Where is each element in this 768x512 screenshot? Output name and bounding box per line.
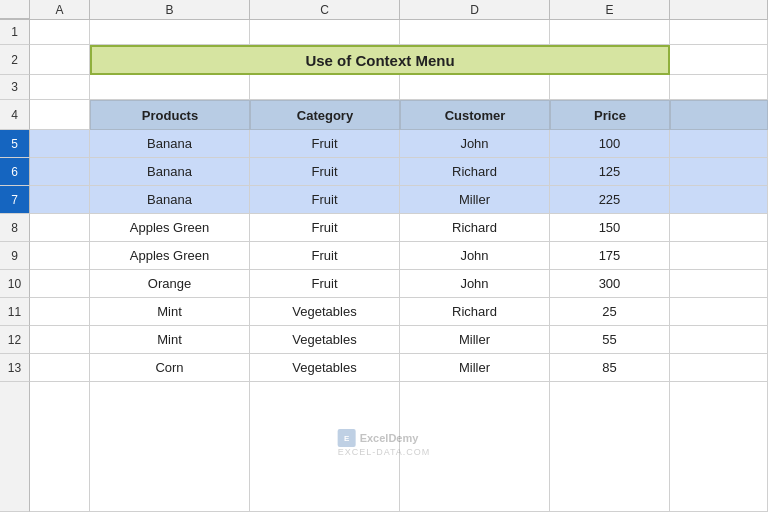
cell-9-e[interactable]: 175 [550, 242, 670, 270]
corner-cell [0, 0, 30, 19]
row-header-5[interactable]: 5 [0, 130, 30, 158]
cell-8-a[interactable] [30, 214, 90, 242]
row-headers: 1 2 3 4 5 6 7 8 9 10 11 12 13 [0, 20, 30, 512]
row-header-1[interactable]: 1 [0, 20, 30, 45]
row-header-12[interactable]: 12 [0, 326, 30, 354]
cell-4-a[interactable] [30, 100, 90, 130]
row-header-11[interactable]: 11 [0, 298, 30, 326]
cell-8-c[interactable]: Fruit [250, 214, 400, 242]
cell-6-b[interactable]: Banana [90, 158, 250, 186]
cell-12-a[interactable] [30, 326, 90, 354]
cell-1-a[interactable] [30, 20, 90, 45]
cell-7-c[interactable]: Fruit [250, 186, 400, 214]
table-row: Mint Vegetables Richard 25 [30, 298, 768, 326]
cell-1-d[interactable] [400, 20, 550, 45]
cell-9-f [670, 242, 768, 270]
cell-3-d[interactable] [400, 75, 550, 100]
cell-5-a[interactable] [30, 130, 90, 158]
cell-7-a[interactable] [30, 186, 90, 214]
cell-8-d[interactable]: Richard [400, 214, 550, 242]
cell-7-b[interactable]: Banana [90, 186, 250, 214]
row-header-6[interactable]: 6 [0, 158, 30, 186]
cell-12-d[interactable]: Miller [400, 326, 550, 354]
cell-5-f [670, 130, 768, 158]
cell-9-c[interactable]: Fruit [250, 242, 400, 270]
row-header-4[interactable]: 4 [0, 100, 30, 130]
cell-12-e[interactable]: 55 [550, 326, 670, 354]
col-header-d[interactable]: D [400, 0, 550, 19]
table-row [30, 20, 768, 45]
cell-4-f [670, 100, 768, 130]
header-price[interactable]: Price [550, 100, 670, 130]
cell-9-d[interactable]: John [400, 242, 550, 270]
cell-13-b[interactable]: Corn [90, 354, 250, 382]
row-header-13[interactable]: 13 [0, 354, 30, 382]
cell-10-c[interactable]: Fruit [250, 270, 400, 298]
table-row: Apples Green Fruit John 175 [30, 242, 768, 270]
cell-2-f [670, 45, 768, 75]
cell-10-d[interactable]: John [400, 270, 550, 298]
header-products[interactable]: Products [90, 100, 250, 130]
cell-2-a[interactable] [30, 45, 90, 75]
row-header-3[interactable]: 3 [0, 75, 30, 100]
cell-6-e[interactable]: 125 [550, 158, 670, 186]
table-row: Banana Fruit Miller 225 [30, 186, 768, 214]
row-header-8[interactable]: 8 [0, 214, 30, 242]
cell-6-d[interactable]: Richard [400, 158, 550, 186]
cell-9-b[interactable]: Apples Green [90, 242, 250, 270]
cell-11-e[interactable]: 25 [550, 298, 670, 326]
cell-3-b[interactable] [90, 75, 250, 100]
cell-11-a[interactable] [30, 298, 90, 326]
cell-12-c[interactable]: Vegetables [250, 326, 400, 354]
cell-5-c[interactable]: Fruit [250, 130, 400, 158]
cell-8-b[interactable]: Apples Green [90, 214, 250, 242]
title-cell[interactable]: Use of Context Menu [90, 45, 670, 75]
cell-13-e[interactable]: 85 [550, 354, 670, 382]
cell-3-c[interactable] [250, 75, 400, 100]
cell-8-e[interactable]: 150 [550, 214, 670, 242]
row-header-7[interactable]: 7 [0, 186, 30, 214]
empty-f [670, 382, 768, 512]
cell-6-a[interactable] [30, 158, 90, 186]
cell-1-c[interactable] [250, 20, 400, 45]
cell-10-b[interactable]: Orange [90, 270, 250, 298]
cell-5-b[interactable]: Banana [90, 130, 250, 158]
cell-11-b[interactable]: Mint [90, 298, 250, 326]
row-header-9[interactable]: 9 [0, 242, 30, 270]
cell-5-e[interactable]: 100 [550, 130, 670, 158]
row-header-10[interactable]: 10 [0, 270, 30, 298]
cell-6-c[interactable]: Fruit [250, 158, 400, 186]
empty-rows [30, 382, 768, 512]
row-header-extra [0, 382, 30, 512]
cell-1-e[interactable] [550, 20, 670, 45]
cell-3-e[interactable] [550, 75, 670, 100]
cell-13-a[interactable] [30, 354, 90, 382]
cell-3-a[interactable] [30, 75, 90, 100]
col-header-e[interactable]: E [550, 0, 670, 19]
grid-body: 1 2 3 4 5 6 7 8 9 10 11 12 13 [0, 20, 768, 512]
cell-7-e[interactable]: 225 [550, 186, 670, 214]
empty-c [250, 382, 400, 512]
table-row [30, 75, 768, 100]
cell-7-d[interactable]: Miller [400, 186, 550, 214]
cell-13-d[interactable]: Miller [400, 354, 550, 382]
col-header-b[interactable]: B [90, 0, 250, 19]
cell-5-d[interactable]: John [400, 130, 550, 158]
cell-12-b[interactable]: Mint [90, 326, 250, 354]
cell-10-a[interactable] [30, 270, 90, 298]
table-row: Banana Fruit John 100 [30, 130, 768, 158]
cell-13-c[interactable]: Vegetables [250, 354, 400, 382]
cell-9-a[interactable] [30, 242, 90, 270]
empty-e [550, 382, 670, 512]
cell-13-f [670, 354, 768, 382]
cell-1-b[interactable] [90, 20, 250, 45]
cell-11-d[interactable]: Richard [400, 298, 550, 326]
header-customer[interactable]: Customer [400, 100, 550, 130]
row-header-2[interactable]: 2 [0, 45, 30, 75]
col-header-c[interactable]: C [250, 0, 400, 19]
cell-10-e[interactable]: 300 [550, 270, 670, 298]
col-header-a[interactable]: A [30, 0, 90, 19]
cell-8-f [670, 214, 768, 242]
header-category[interactable]: Category [250, 100, 400, 130]
cell-11-c[interactable]: Vegetables [250, 298, 400, 326]
